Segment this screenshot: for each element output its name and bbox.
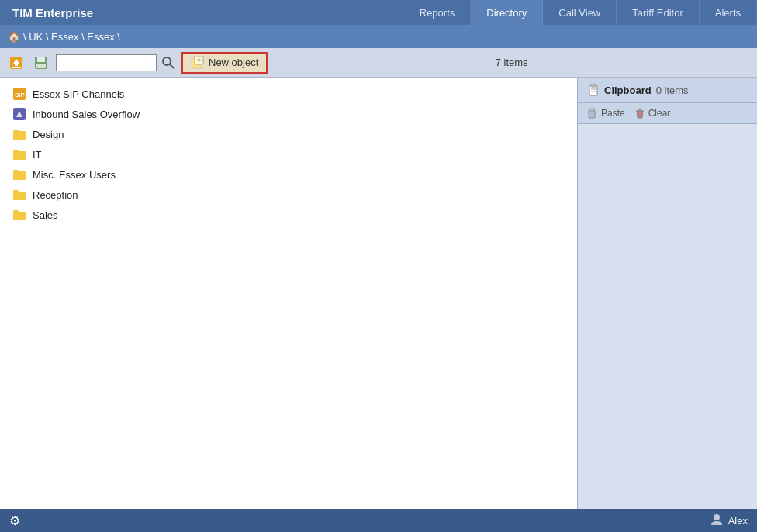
clipboard-header: Clipboard 0 items	[578, 78, 757, 103]
breadcrumb: 🏠 \ UK \ Essex \ Essex \	[0, 25, 757, 48]
upload-icon	[9, 55, 24, 71]
search-area	[56, 54, 177, 71]
brand-logo: TIM Enterprise	[0, 6, 105, 19]
svg-rect-6	[36, 64, 46, 68]
item-label: Reception	[33, 189, 78, 201]
search-icon	[161, 56, 175, 70]
folder-icon	[12, 188, 26, 202]
clipboard-count: 0 items	[656, 85, 689, 96]
clear-button[interactable]: Clear	[634, 108, 671, 119]
search-input[interactable]	[56, 54, 157, 71]
tab-call-view[interactable]: Call View	[543, 0, 617, 25]
toolbar: New object 7 items	[0, 48, 757, 78]
clear-label: Clear	[648, 108, 671, 119]
settings-button[interactable]: ⚙	[9, 513, 20, 528]
list-item[interactable]: Misc. Essex Users	[0, 164, 577, 185]
folder-icon	[12, 168, 26, 181]
item-label: Sales	[33, 209, 58, 221]
content-area: SIP Essex SIP Channels Inbound Sales Ove…	[0, 78, 577, 509]
main-layout: SIP Essex SIP Channels Inbound Sales Ove…	[0, 78, 757, 509]
svg-text:SIP: SIP	[15, 92, 26, 98]
tab-alerts[interactable]: Alerts	[700, 0, 757, 25]
item-label: IT	[33, 149, 42, 161]
svg-rect-18	[591, 84, 596, 87]
list-item[interactable]: SIP Essex SIP Channels	[0, 84, 577, 104]
new-object-icon	[191, 56, 205, 70]
tab-tariff-editor[interactable]: Tariff Editor	[617, 0, 700, 25]
clipboard-panel: Clipboard 0 items Paste Clear	[577, 78, 757, 509]
new-object-label: New object	[209, 57, 258, 68]
folder-icon	[12, 208, 26, 222]
folder-icon	[12, 127, 26, 141]
nav-tabs: Reports Directory Call View Tariff Edito…	[404, 0, 757, 25]
breadcrumb-path: \ UK \ Essex \ Essex \	[23, 31, 120, 43]
tab-directory[interactable]: Directory	[471, 0, 543, 25]
home-icon[interactable]: 🏠	[8, 31, 20, 43]
clipboard-actions: Paste Clear	[578, 103, 757, 124]
paste-button[interactable]: Paste	[587, 108, 625, 119]
user-info: Alex	[710, 513, 748, 529]
item-label: Design	[33, 129, 64, 140]
list-item[interactable]: Design	[0, 124, 577, 144]
svg-line-8	[170, 64, 174, 68]
folder-icon	[12, 147, 26, 161]
paste-label: Paste	[601, 108, 625, 119]
sip-channels-icon: SIP	[12, 87, 26, 101]
list-item[interactable]: IT	[0, 144, 577, 164]
user-name: Alex	[728, 515, 748, 527]
tab-reports[interactable]: Reports	[404, 0, 472, 25]
item-count: 7 items	[272, 57, 751, 68]
search-button[interactable]	[160, 54, 177, 71]
status-bar: ⚙ Alex	[0, 509, 757, 532]
save-button[interactable]	[31, 53, 51, 73]
new-object-button[interactable]: New object	[181, 52, 268, 74]
svg-rect-3	[12, 67, 21, 68]
list-item[interactable]: Inbound Sales Overflow	[0, 104, 577, 124]
save-icon	[33, 55, 49, 71]
item-label: Misc. Essex Users	[33, 169, 116, 181]
inbound-sales-icon	[12, 107, 26, 121]
svg-point-7	[163, 57, 171, 65]
item-label: Inbound Sales Overflow	[33, 109, 140, 120]
svg-point-25	[714, 514, 720, 520]
clear-icon	[634, 108, 645, 119]
svg-rect-24	[638, 109, 641, 111]
clipboard-label: Clipboard	[604, 85, 652, 96]
list-item[interactable]: Reception	[0, 185, 577, 205]
brand-tim: TIM	[12, 6, 33, 19]
paste-icon	[587, 108, 598, 119]
brand-enterprise: Enterprise	[33, 6, 93, 19]
svg-rect-2	[15, 64, 18, 66]
list-item[interactable]: Sales	[0, 205, 577, 225]
item-label: Essex SIP Channels	[33, 88, 124, 100]
svg-rect-5	[37, 57, 45, 62]
upload-button[interactable]	[6, 53, 26, 73]
clipboard-icon	[587, 84, 600, 96]
user-avatar-icon	[710, 513, 724, 529]
top-navigation: TIM Enterprise Reports Directory Call Vi…	[0, 0, 757, 25]
clipboard-content	[578, 124, 757, 509]
svg-rect-22	[590, 109, 594, 111]
